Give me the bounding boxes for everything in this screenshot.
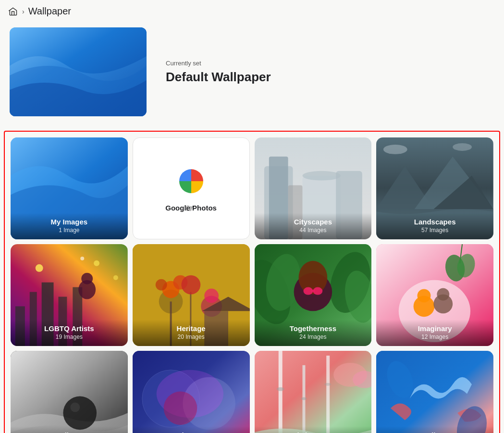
svg-point-73 (324, 383, 331, 386)
grid-item-imaginary[interactable]: Imaginary 12 Images (376, 244, 493, 346)
landscapes-label: Landscapes 57 Images (376, 213, 493, 239)
svg-point-32 (156, 279, 167, 291)
current-wallpaper-thumbnail[interactable] (10, 27, 147, 116)
imaginary-label: Imaginary 12 Images (376, 320, 493, 346)
home-icon[interactable] (8, 6, 18, 17)
svg-point-71 (276, 387, 284, 391)
svg-point-46 (298, 261, 327, 295)
svg-point-15 (453, 143, 472, 151)
breadcrumb-title: Wallpaper (28, 6, 71, 17)
svg-point-27 (81, 273, 93, 285)
wallpaper-collection-grid-section: My Images 1 Image ☞ Google Photos (4, 131, 500, 433)
svg-point-14 (383, 145, 407, 154)
grid-item-lgbtq[interactable]: LGBTQ Artists 19 Images (11, 244, 128, 346)
lgbtq-label: LGBTQ Artists 19 Images (11, 320, 128, 346)
grid-item-made-by-canvas[interactable]: Made by Canvas 12 Images (255, 351, 372, 433)
svg-point-60 (63, 396, 97, 430)
grid-item-radiance[interactable]: Radiance 8 Images (11, 351, 128, 433)
grid-item-element[interactable]: Element 8 Images (133, 351, 250, 433)
breadcrumb-chevron: › (22, 8, 25, 15)
wallpaper-grid: My Images 1 Image ☞ Google Photos (9, 136, 495, 433)
current-wallpaper-info: Currently set Default Wallpaper (166, 60, 271, 85)
grid-item-my-images[interactable]: My Images 1 Image (11, 137, 128, 239)
cityscapes-label: Cityscapes 44 Images (255, 213, 372, 239)
currently-set-label: Currently set (166, 60, 271, 67)
radiance-label: Radiance 8 Images (11, 426, 128, 433)
my-images-label: My Images 1 Image (11, 213, 128, 239)
element-label: Element 8 Images (133, 426, 250, 433)
grid-item-landscapes[interactable]: Landscapes 57 Images (376, 137, 493, 239)
svg-point-72 (301, 397, 307, 400)
grid-item-togetherness[interactable]: Togetherness 24 Images (255, 244, 372, 346)
grid-item-heritage[interactable]: Heritage 20 Images (133, 244, 250, 346)
svg-rect-68 (278, 351, 282, 433)
togetherness-label: Togetherness 24 Images (255, 320, 372, 346)
svg-point-25 (80, 257, 84, 260)
wallpaper-name: Default Wallpaper (166, 70, 271, 85)
current-wallpaper-section: Currently set Default Wallpaper (0, 23, 504, 126)
svg-rect-70 (326, 356, 330, 433)
grid-item-cityscapes[interactable]: Cityscapes 44 Images (255, 137, 372, 239)
svg-point-37 (204, 288, 219, 303)
heritage-label: Heritage 20 Images (133, 320, 250, 346)
svg-point-56 (418, 289, 431, 302)
svg-point-24 (113, 275, 118, 280)
svg-point-66 (163, 391, 197, 425)
svg-point-6 (302, 171, 341, 181)
svg-point-61 (70, 402, 80, 412)
svg-point-35 (181, 275, 200, 295)
svg-point-22 (36, 264, 43, 272)
svg-point-58 (437, 288, 450, 301)
cursor-icon: ☞ (185, 202, 195, 215)
collage-label: Collage 12 Images (376, 426, 493, 433)
svg-point-23 (94, 260, 99, 266)
made-by-canvas-label: Made by Canvas 12 Images (255, 426, 372, 433)
grid-item-google-photos[interactable]: ☞ Google Photos (133, 137, 250, 239)
svg-rect-49 (311, 290, 315, 292)
grid-item-collage[interactable]: Collage 12 Images (376, 351, 493, 433)
breadcrumb: › Wallpaper (0, 0, 504, 23)
